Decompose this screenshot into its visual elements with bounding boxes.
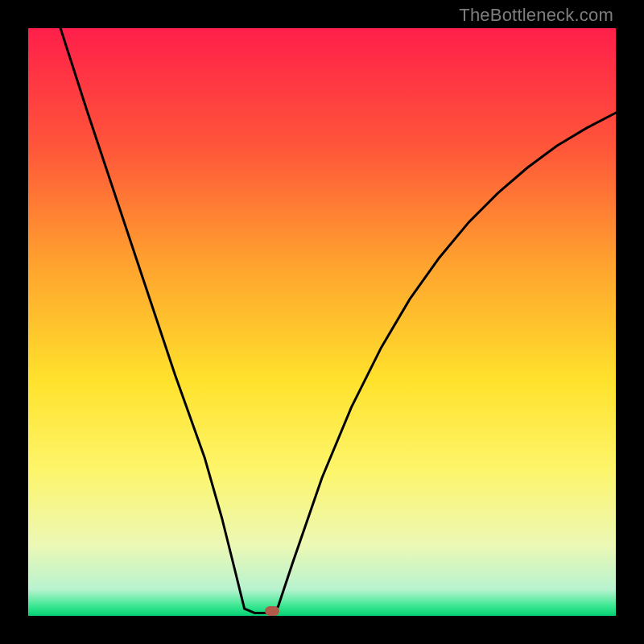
black-frame: TheBottleneck.com (0, 0, 644, 644)
bottleneck-curve (28, 28, 616, 616)
watermark-text: TheBottleneck.com (459, 5, 613, 26)
optimal-point-marker (265, 606, 279, 616)
